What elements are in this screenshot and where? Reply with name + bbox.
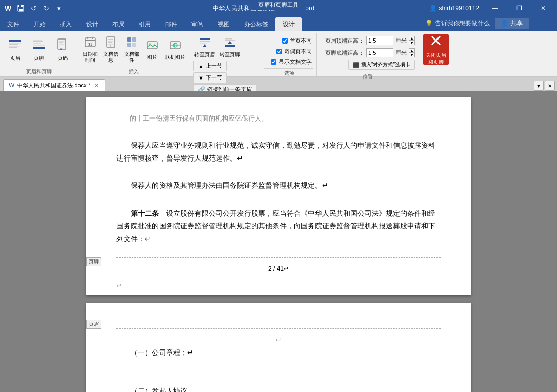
svg-rect-5: [19, 5, 21, 7]
show-doc-text-check[interactable]: 显示文档文字: [269, 58, 313, 66]
word-page-2: 页眉 ↵ （一）公司章程；↵ （二）发起人协议: [86, 303, 471, 392]
header-top-unit: 厘米: [395, 37, 407, 45]
restore-btn[interactable]: ❐: [507, 0, 531, 16]
first-diff-check[interactable]: 首页不同: [281, 36, 313, 45]
svg-rect-28: [108, 41, 113, 42]
doc-tab-main[interactable]: W 中华人民共和国证券法.docx * ✕: [3, 79, 105, 91]
header-top-down[interactable]: ▼: [409, 41, 415, 45]
undo-quick-btn[interactable]: ↺: [28, 3, 39, 14]
goto-header-btn[interactable]: 转至页眉: [193, 34, 216, 60]
close-hf-label: 关闭页眉和页脚: [424, 52, 448, 66]
goto-footer-btn[interactable]: 转至页脚: [219, 34, 241, 60]
tab-design-hf[interactable]: 设计: [275, 17, 302, 31]
customize-quick-btn[interactable]: ▾: [53, 3, 64, 14]
page1-footer-content[interactable]: 2 / 41↵: [157, 263, 400, 275]
save-quick-btn[interactable]: [15, 3, 26, 14]
header-top-row: 页眉顶端距离： 厘米 ▲ ▼: [325, 35, 415, 46]
goto-footer-icon: [224, 36, 236, 51]
online-pic-btn[interactable]: 联机图片: [164, 35, 187, 63]
ribbon-group-header-footer: 页眉 页脚: [1, 33, 77, 76]
next-section-btn[interactable]: ▼ 下一节: [193, 72, 227, 83]
docparts-btn[interactable]: 文档部件: [122, 35, 141, 63]
svg-rect-11: [33, 40, 42, 41]
header-top-input[interactable]: [366, 36, 393, 45]
doc-icon: W: [9, 82, 14, 89]
doc-tab-name: 中华人民共和国证券法.docx *: [17, 82, 90, 89]
ribbon-group-insert: 31 日期和时间 i 文档信息: [77, 33, 190, 76]
page1-text2: 保荐人应当遵守业务规则和行业规范，诚实守信，勤勉尽责，对发行人的申请文件和信息披…: [116, 139, 441, 165]
tab-design[interactable]: 设计: [79, 17, 105, 31]
page1-text1: 的丨工一份清天行保有贝面的机构应亿保行人。: [116, 112, 441, 124]
online-pic-icon: [169, 39, 181, 53]
svg-rect-4: [19, 9, 23, 11]
svg-rect-22: [85, 40, 95, 41]
datetime-icon: 31: [84, 36, 96, 50]
header-icon: [8, 38, 22, 54]
header-btn[interactable]: 页眉: [4, 34, 26, 65]
redo-quick-btn[interactable]: ↻: [41, 3, 52, 14]
ribbon-collapse-btn[interactable]: ⌃: [530, 15, 553, 31]
header-top-label: 页眉顶端距离：: [325, 37, 364, 45]
page1-footer-area: 页脚 2 / 41↵: [116, 257, 441, 280]
tab-home[interactable]: 开始: [26, 17, 53, 31]
docparts-icon: [126, 36, 138, 50]
tab-insert[interactable]: 插入: [53, 17, 79, 31]
footer-bottom-up[interactable]: ▲: [409, 48, 415, 53]
tab-review[interactable]: 审阅: [184, 17, 211, 31]
odd-even-check[interactable]: 奇偶页不同: [275, 47, 313, 56]
svg-rect-32: [127, 37, 131, 42]
help-icon: 💡: [425, 20, 433, 27]
tab-file[interactable]: 文件: [0, 17, 26, 31]
footer-bottom-spinner[interactable]: ▲ ▼: [409, 48, 415, 57]
first-diff-input[interactable]: [282, 38, 288, 44]
picture-btn[interactable]: 图片: [143, 35, 162, 63]
odd-even-input[interactable]: [276, 49, 282, 54]
footer-bottom-label: 页脚底端距离：: [325, 49, 364, 57]
doc-nav-down-btn[interactable]: ▼: [534, 81, 544, 91]
prev-section-btn[interactable]: ▲ 上一节: [193, 61, 227, 71]
datetime-btn[interactable]: 31 日期和时间: [81, 35, 100, 63]
tab-references[interactable]: 引用: [132, 17, 158, 31]
quick-access-toolbar: ↺ ↻ ▾: [15, 3, 64, 14]
show-doc-text-label: 显示文档文字: [278, 58, 312, 66]
close-hf-btn[interactable]: 关闭页眉和页脚: [423, 34, 449, 65]
options-checkboxes: 首页不同 奇偶页不同 显示文档文字: [264, 33, 313, 68]
page2-header-content[interactable]: [157, 313, 400, 325]
down-arrow-icon: ▼: [198, 75, 204, 81]
svg-rect-35: [132, 43, 136, 47]
footer-bottom-down[interactable]: ▼: [409, 53, 415, 57]
close-btn[interactable]: ✕: [532, 0, 555, 16]
header-top-spinner[interactable]: ▲ ▼: [409, 36, 415, 45]
header-top-up[interactable]: ▲: [409, 36, 415, 41]
tab-layout[interactable]: 布局: [105, 17, 132, 31]
window-controls: — ❐ ✕: [483, 0, 557, 16]
docinfo-btn[interactable]: i 文档信息: [101, 35, 121, 63]
svg-rect-17: [59, 41, 65, 42]
footer-bottom-input[interactable]: [366, 48, 393, 57]
footer-btn[interactable]: 页脚: [28, 34, 50, 65]
minimize-btn[interactable]: —: [483, 0, 506, 16]
page-number: 2 / 41↵: [268, 265, 289, 272]
svg-rect-14: [33, 45, 45, 46]
insert-align-btn[interactable]: ⬛ 插入"对齐方式"选项卡: [348, 60, 415, 70]
tab-office-tab[interactable]: 办公标签: [237, 17, 275, 31]
doc-tabs-right: ▼ ✕: [534, 81, 557, 91]
ribbon-group-position: 页眉顶端距离： 厘米 ▲ ▼ 页脚底端距离： 厘米 ▲ ▼ ⬛ 插入"对齐方: [317, 33, 418, 76]
picture-label: 图片: [147, 54, 157, 60]
tab-mailings[interactable]: 邮件: [158, 17, 184, 31]
word-icon: W: [3, 3, 13, 13]
document-scroll[interactable]: 的丨工一份清天行保有贝面的机构应亿保行人。 保荐人应当遵守业务规则和行业规范，诚…: [0, 91, 557, 392]
ribbon-content: 页眉 页脚: [0, 31, 557, 77]
doc-close-all-btn[interactable]: ✕: [545, 81, 555, 91]
doc-tab-close-btn[interactable]: ✕: [93, 82, 100, 89]
online-pic-label: 联机图片: [165, 54, 185, 60]
svg-rect-27: [108, 39, 113, 40]
ribbon-group-close: 关闭页眉和页脚 关闭: [418, 33, 454, 76]
page-num-btn[interactable]: # 页码: [52, 34, 74, 65]
share-btn[interactable]: 👤 共享: [495, 18, 529, 29]
svg-rect-9: [9, 46, 19, 47]
show-doc-text-input[interactable]: [271, 59, 276, 65]
help-search[interactable]: 💡 告诉我你想要做什么: [421, 17, 494, 30]
svg-rect-42: [200, 38, 210, 40]
tab-view[interactable]: 视图: [211, 17, 237, 31]
